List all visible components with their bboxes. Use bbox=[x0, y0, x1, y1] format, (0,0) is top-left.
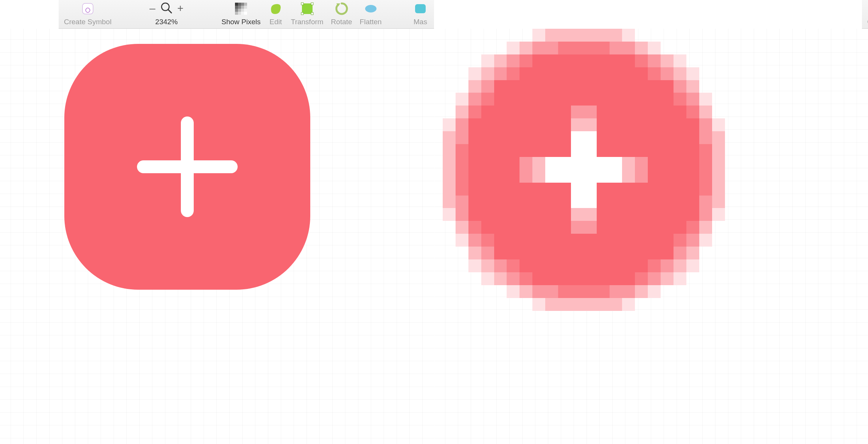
transform-button[interactable]: Transform bbox=[287, 0, 327, 28]
show-pixels-button[interactable]: Show Pixels bbox=[218, 0, 264, 28]
svg-rect-7 bbox=[235, 6, 238, 9]
svg-rect-23 bbox=[311, 12, 313, 15]
pane-left: Create Symbol – + 2342% bbox=[0, 0, 434, 444]
create-symbol-button[interactable]: Create Symbol bbox=[60, 0, 115, 28]
svg-point-25 bbox=[365, 5, 376, 12]
svg-line-2 bbox=[168, 10, 171, 13]
svg-rect-10 bbox=[244, 6, 247, 9]
svg-rect-15 bbox=[235, 12, 238, 15]
show-pixels-icon bbox=[233, 1, 249, 16]
toolbar-right: Create Symbol – + 2342% bbox=[862, 0, 868, 29]
create-symbol-button[interactable]: Create Symbol bbox=[863, 0, 868, 28]
rotate-button[interactable]: Rotate bbox=[327, 0, 356, 28]
zoom-out-button[interactable]: – bbox=[149, 3, 156, 14]
transform-icon bbox=[300, 1, 315, 16]
toolbar-spacer bbox=[194, 0, 218, 28]
toolbar-left: Create Symbol – + 2342% bbox=[59, 0, 434, 29]
rotate-label: Rotate bbox=[331, 18, 352, 26]
toolbar-spacer bbox=[115, 0, 139, 28]
edit-button[interactable]: Edit bbox=[264, 0, 287, 28]
mask-icon bbox=[413, 1, 428, 16]
svg-rect-16 bbox=[238, 12, 241, 15]
zoom-in-button[interactable]: + bbox=[177, 3, 184, 14]
svg-rect-14 bbox=[244, 9, 247, 12]
create-symbol-icon bbox=[80, 1, 95, 16]
svg-rect-22 bbox=[301, 12, 303, 15]
mask-button[interactable]: Mas bbox=[409, 0, 432, 28]
flatten-label: Flatten bbox=[360, 18, 382, 26]
svg-rect-4 bbox=[238, 3, 241, 6]
svg-rect-5 bbox=[241, 3, 244, 6]
canvas-right[interactable] bbox=[434, 29, 868, 444]
magnifier-icon bbox=[160, 2, 173, 16]
pixel-grid bbox=[443, 29, 725, 311]
artwork-pixelated-plus-icon[interactable] bbox=[443, 29, 725, 311]
flatten-icon bbox=[363, 1, 378, 16]
flatten-button[interactable]: Flatten bbox=[356, 0, 386, 28]
app-stage: Create Symbol – + 2342% bbox=[0, 0, 868, 444]
svg-rect-11 bbox=[235, 9, 238, 12]
artwork-smooth-plus-icon[interactable] bbox=[64, 44, 310, 290]
toolbar-spacer bbox=[386, 0, 409, 28]
create-symbol-label: Create Symbol bbox=[64, 18, 112, 26]
svg-rect-3 bbox=[235, 3, 238, 6]
svg-rect-18 bbox=[244, 12, 247, 15]
rotate-icon bbox=[334, 1, 349, 16]
plus-horizontal bbox=[137, 160, 238, 173]
svg-rect-20 bbox=[301, 3, 303, 5]
svg-rect-13 bbox=[241, 9, 244, 12]
svg-rect-9 bbox=[241, 6, 244, 9]
edit-label: Edit bbox=[269, 18, 282, 26]
svg-rect-8 bbox=[238, 6, 241, 9]
svg-rect-6 bbox=[244, 3, 247, 6]
svg-rect-17 bbox=[241, 12, 244, 15]
mask-label: Mas bbox=[414, 18, 427, 26]
show-pixels-label: Show Pixels bbox=[221, 18, 261, 26]
svg-rect-21 bbox=[311, 3, 313, 5]
zoom-value: 2342% bbox=[155, 18, 177, 26]
zoom-control[interactable]: – + 2342% bbox=[139, 0, 194, 28]
transform-label: Transform bbox=[291, 18, 324, 26]
edit-blob-icon bbox=[268, 1, 283, 16]
svg-rect-12 bbox=[238, 9, 241, 12]
canvas-left[interactable] bbox=[0, 29, 434, 444]
pane-right: Create Symbol – + 2342% bbox=[434, 0, 868, 444]
svg-rect-26 bbox=[415, 4, 426, 13]
